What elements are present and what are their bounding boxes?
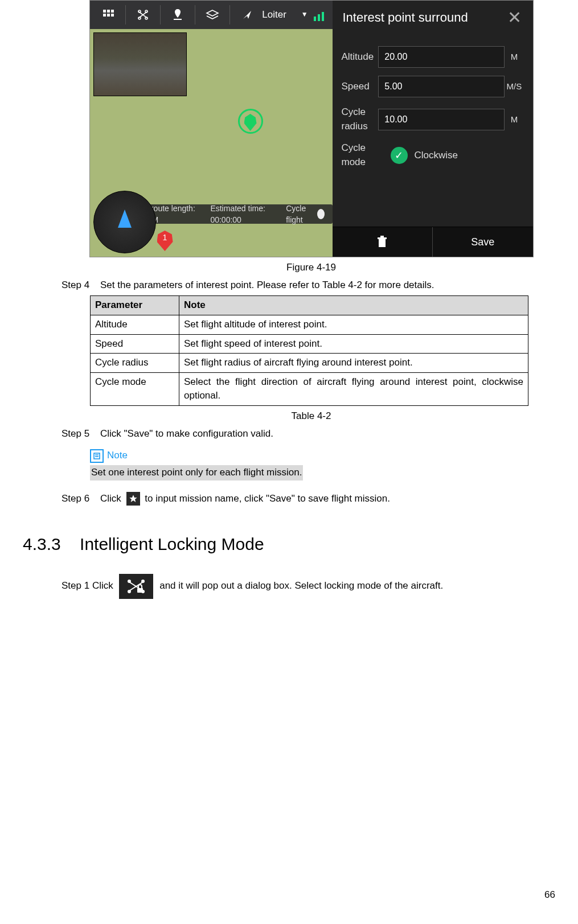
layers-icon[interactable] — [199, 1, 226, 29]
step4-text: Set the parameters of interest point. Pl… — [100, 278, 561, 293]
svg-marker-21 — [129, 495, 137, 503]
section-heading: 4.3.3 Intelligent Locking Mode — [23, 532, 561, 557]
table-row: Cycle radiusSet flight radius of aircraf… — [91, 354, 528, 373]
svg-point-9 — [145, 10, 147, 13]
interest-point-panel: Interest point surround ✕ Altitude M Spe… — [333, 1, 533, 257]
delete-button[interactable] — [333, 227, 433, 257]
speed-unit: M/S — [505, 80, 523, 93]
compass-arrow-icon — [118, 210, 132, 228]
nav-arrow-icon[interactable] — [233, 1, 261, 29]
check-icon[interactable]: ✓ — [391, 147, 408, 164]
svg-rect-16 — [378, 237, 387, 239]
panel-title: Interest point surround — [343, 10, 505, 24]
svg-point-10 — [138, 17, 141, 19]
marker-tool-icon[interactable] — [164, 1, 191, 29]
note-block: Note — [90, 449, 561, 463]
row-cycle-radius: Cycle radius M — [342, 105, 524, 133]
row-altitude: Altitude M — [342, 46, 524, 68]
svg-rect-12 — [174, 19, 182, 20]
step6-text: Click to input mission name, click "Save… — [100, 492, 561, 506]
svg-rect-18 — [94, 453, 100, 459]
poi-marker[interactable] — [238, 109, 263, 134]
section-number: 4.3.3 — [23, 535, 61, 553]
cycle-radius-label: Cycle radius — [342, 105, 379, 133]
toggle-knob — [317, 209, 325, 219]
drone-lock-icon — [119, 574, 153, 599]
svg-point-26 — [128, 590, 131, 593]
svg-rect-17 — [380, 236, 384, 237]
speed-input[interactable] — [378, 76, 505, 97]
waypoint-number: 1 — [163, 232, 167, 243]
svg-rect-0 — [103, 10, 106, 13]
table-caption: Table 4-2 — [62, 409, 561, 424]
altitude-input[interactable] — [378, 46, 505, 68]
camera-pip[interactable] — [93, 32, 187, 96]
table-4-2: Parameter Note AltitudeSet flight altitu… — [90, 295, 528, 406]
step1-tag: Step 1 — [62, 580, 89, 591]
row-cycle-mode: Cycle mode ✓ Clockwise — [342, 141, 524, 169]
svg-marker-13 — [207, 10, 218, 16]
cycle-mode-label: Cycle mode — [342, 141, 391, 169]
altitude-label: Altitude — [342, 50, 379, 64]
note-text: Set one interest point only for each fli… — [90, 465, 303, 481]
svg-rect-15 — [379, 239, 386, 247]
star-icon — [126, 492, 140, 506]
mode-selector[interactable]: Loiter ▼ — [261, 8, 310, 22]
step1-text: Step 1 Click and it will pop out a dialo… — [62, 574, 443, 599]
chevron-down-icon: ▼ — [301, 10, 308, 19]
cycle-radius-input[interactable] — [378, 109, 505, 130]
drone-icon[interactable] — [129, 1, 157, 29]
svg-rect-5 — [111, 14, 114, 17]
svg-rect-1 — [107, 10, 110, 13]
svg-rect-28 — [137, 588, 143, 593]
grid-icon[interactable] — [95, 1, 122, 29]
save-button-label: Save — [471, 235, 494, 249]
signal-icon — [310, 1, 328, 29]
app-top-bar: Loiter ▼ — [90, 1, 333, 29]
step5-tag: Step 5 — [62, 427, 100, 441]
svg-rect-4 — [107, 14, 110, 17]
row-speed: Speed M/S — [342, 76, 524, 97]
waypoint-marker[interactable]: 1 — [157, 231, 173, 251]
svg-rect-2 — [111, 10, 114, 13]
th-note: Note — [179, 296, 528, 315]
svg-rect-3 — [103, 14, 106, 17]
note-label: Note — [107, 449, 128, 463]
compass[interactable] — [93, 191, 156, 253]
map-area[interactable]: Total route length: 62.75M Estimated tim… — [90, 29, 333, 257]
table-row: AltitudeSet flight altitude of interest … — [91, 315, 528, 334]
cycle-flight-label: Cycle flight — [286, 203, 314, 226]
altitude-unit: M — [505, 51, 523, 63]
mode-selector-label: Loiter — [262, 8, 286, 22]
svg-point-24 — [128, 580, 131, 583]
cycle-flight-toggle[interactable]: Cycle flight — [286, 203, 324, 226]
figure-caption: Figure 4-19 — [62, 261, 561, 275]
table-row: SpeedSet flight speed of interest point. — [91, 334, 528, 354]
figure-screenshot: Loiter ▼ Interest point surround ✕ Altit… — [89, 0, 534, 257]
step5-text: Click "Save" to make configuration valid… — [100, 427, 561, 441]
cycle-radius-unit: M — [505, 113, 523, 126]
svg-marker-14 — [243, 11, 251, 19]
svg-point-25 — [141, 580, 145, 583]
svg-point-11 — [145, 17, 147, 19]
speed-label: Speed — [342, 80, 379, 94]
note-icon — [90, 449, 104, 463]
svg-point-8 — [138, 10, 141, 13]
table-row: Cycle modeSelect the flight direction of… — [91, 372, 528, 405]
step4-tag: Step 4 — [62, 278, 100, 293]
cycle-mode-option: Clockwise — [415, 149, 458, 163]
estimated-time: Estimated time: 00:00:00 — [210, 203, 274, 226]
section-title: Intelligent Locking Mode — [80, 535, 264, 553]
page-number: 66 — [544, 888, 555, 902]
close-icon[interactable]: ✕ — [505, 7, 525, 28]
step6-tag: Step 6 — [62, 492, 100, 506]
save-button[interactable]: Save — [432, 227, 533, 257]
trash-icon — [376, 236, 388, 248]
th-parameter: Parameter — [91, 296, 179, 315]
